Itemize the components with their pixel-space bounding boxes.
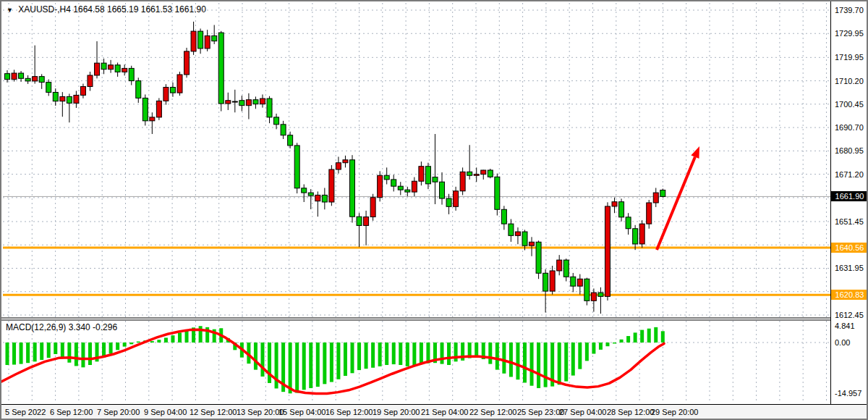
macd-histogram-bar <box>661 331 665 343</box>
candle-body <box>584 279 590 301</box>
candle-body <box>543 273 548 291</box>
macd-tick-label: 0.00 <box>835 338 867 347</box>
macd-histogram-bar <box>6 343 9 365</box>
price-tick-label: 1729.95 <box>835 29 867 38</box>
macd-histogram-bar <box>585 343 589 361</box>
time-axis-label: 15 Sep 04:00 <box>278 408 326 416</box>
macd-histogram-bar <box>412 343 416 365</box>
chart-title: ▼ XAUUSD-,H4 1664.58 1665.19 1661.53 166… <box>7 4 206 14</box>
macd-histogram-bar <box>620 340 624 343</box>
candle-body <box>288 135 293 146</box>
candle-body <box>364 217 369 226</box>
macd-histogram-bar <box>516 343 519 379</box>
macd-histogram-bar <box>54 343 57 354</box>
candle-body <box>274 117 279 125</box>
candle-body <box>329 169 334 202</box>
candle-body <box>509 224 514 235</box>
candle-body <box>626 217 631 229</box>
macd-histogram-bar <box>544 343 548 387</box>
candle-body <box>563 260 569 277</box>
macd-histogram-bar <box>420 343 423 364</box>
price-chart-canvas[interactable] <box>1 1 868 420</box>
time-axis-label: 21 Sep 04:00 <box>421 408 468 416</box>
candle-body <box>205 35 210 49</box>
macd-histogram-bar <box>330 343 333 382</box>
candle-body <box>515 232 520 235</box>
macd-tick-label: -14.957 <box>835 389 867 398</box>
down-triangle-icon: ▼ <box>7 7 13 14</box>
candle-body <box>322 195 327 202</box>
candle-body <box>74 95 79 103</box>
candle-body <box>191 31 196 51</box>
macd-histogram-bar <box>599 343 603 350</box>
candle-body <box>294 146 299 188</box>
price-tick-label: 1710.20 <box>835 77 867 85</box>
macd-histogram-bar <box>626 336 630 343</box>
candle-body <box>557 260 562 271</box>
time-axis-label: 19 Sep 20:00 <box>373 408 420 416</box>
candle-body <box>315 195 320 201</box>
macd-histogram-bar <box>40 343 43 360</box>
chart-ohlc-quotes: 1664.58 1665.19 1661.53 1661.90 <box>73 4 206 14</box>
macd-histogram-bar <box>537 343 540 388</box>
macd-histogram-bar <box>171 335 174 343</box>
macd-histogram-bar <box>61 343 64 358</box>
macd-histogram-bar <box>129 343 133 344</box>
time-axis-label: 28 Sep 12:00 <box>607 408 654 416</box>
candle-body <box>384 175 389 180</box>
candle-body <box>177 75 182 93</box>
candle-body <box>232 101 237 102</box>
candle-body <box>122 68 127 72</box>
macd-histogram-bar <box>454 343 458 361</box>
macd-histogram-bar <box>268 343 271 383</box>
macd-signal-value: -0.296 <box>93 322 117 332</box>
candle-body <box>260 98 265 104</box>
candle-body <box>419 167 424 182</box>
macd-histogram-bar <box>67 343 71 363</box>
macd-histogram-bar <box>592 343 595 354</box>
candle-body <box>198 31 203 49</box>
candle-body <box>598 293 603 296</box>
macd-histogram-bar <box>116 343 119 350</box>
candle-body <box>253 100 258 104</box>
macd-histogram-bar <box>254 343 258 370</box>
macd-histogram-bar <box>81 343 85 367</box>
candle-body <box>101 63 106 70</box>
time-axis-label: 29 Sep 20:00 <box>651 408 698 416</box>
candle-body <box>446 198 451 206</box>
level-price-label: 1640.56 <box>831 243 868 253</box>
time-axis-label: 16 Sep 12:00 <box>326 408 373 416</box>
candle-body <box>142 98 148 120</box>
candle-body <box>226 101 231 104</box>
candle-body <box>501 209 506 224</box>
candle-body <box>80 87 85 96</box>
candle-body <box>115 65 120 72</box>
candle-body <box>405 190 410 192</box>
candle-body <box>612 202 617 206</box>
macd-histogram-bar <box>365 343 368 369</box>
macd-histogram-bar <box>509 343 513 377</box>
price-tick-label: 1690.70 <box>835 123 867 132</box>
macd-histogram-bar <box>316 343 320 387</box>
macd-histogram-bar <box>441 343 444 364</box>
candle-body <box>639 224 644 244</box>
macd-histogram-bar <box>613 343 616 343</box>
candle-body <box>370 198 375 217</box>
macd-histogram-bar <box>523 343 527 382</box>
macd-histogram-bar <box>150 341 154 343</box>
candle-body <box>218 33 224 104</box>
macd-histogram-bar <box>88 343 92 365</box>
macd-histogram-bar <box>578 343 582 369</box>
macd-main-value: 3.340 <box>69 322 90 332</box>
candle-body <box>357 217 362 225</box>
candle-body <box>150 117 155 121</box>
macd-histogram-bar <box>447 343 451 365</box>
macd-histogram-bar <box>605 343 609 346</box>
candle-body <box>536 242 541 273</box>
time-axis-label: 5 Sep 2022 <box>5 408 46 416</box>
chart-symbol-period: XAUUSD-,H4 <box>18 4 71 14</box>
trend-arrow-head[interactable] <box>691 146 699 159</box>
time-axis-label: 25 Sep 23:00 <box>517 408 564 416</box>
candle-body <box>605 206 610 296</box>
candle-body <box>495 177 500 209</box>
